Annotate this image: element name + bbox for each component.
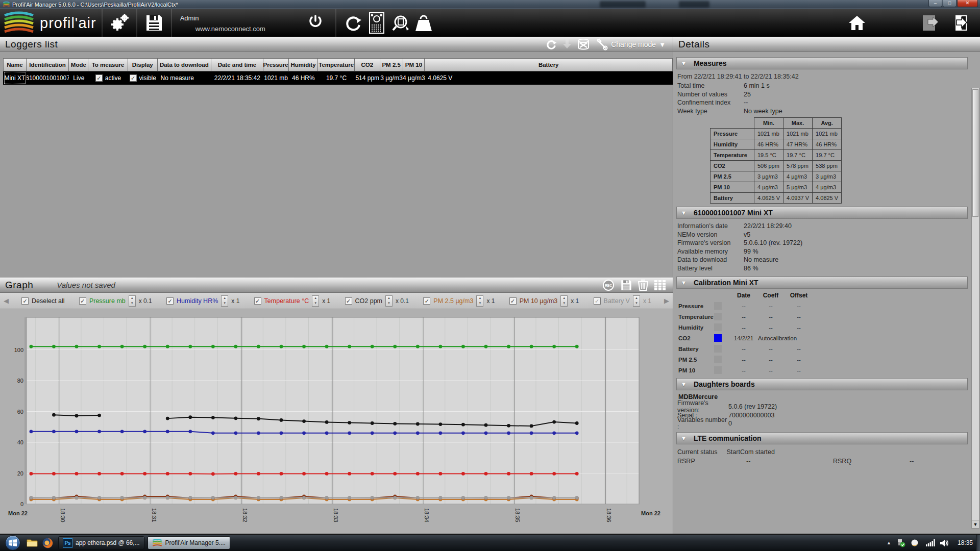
legend-item-pm-2-5-g-m3[interactable]: ✓PM 2.5 µg/m3▲▼x 1 xyxy=(423,295,495,307)
checkbox[interactable]: ✓ xyxy=(79,297,86,305)
checkbox[interactable]: ✓ xyxy=(130,74,137,82)
collapse-triangle-icon[interactable]: ▼ xyxy=(681,60,687,66)
column-header-name[interactable]: Name xyxy=(3,58,27,71)
section-calibration[interactable]: ▼ Calibration Mini XT xyxy=(676,277,968,289)
multiplier-spinner[interactable]: ▲▼ xyxy=(312,295,319,307)
column-header-battery[interactable]: Battery xyxy=(425,58,673,71)
checkbox[interactable]: ✓ xyxy=(21,297,29,305)
legend-scroll-left-icon[interactable]: ◀ xyxy=(2,295,10,307)
collapse-triangle-icon[interactable]: ▼ xyxy=(681,280,687,286)
logger-cell-name[interactable]: Mini XT xyxy=(3,71,27,85)
section-lte[interactable]: ▼ LTE communication xyxy=(676,432,968,444)
multiplier-spinner[interactable]: ▲▼ xyxy=(385,295,393,307)
hidden-icons-arrow[interactable]: ▲ xyxy=(887,540,891,545)
checkbox[interactable]: ✓ xyxy=(509,297,517,305)
logger-cell-pm-10[interactable]: 4 µg/m3 xyxy=(403,71,425,85)
logger-device-icon[interactable] xyxy=(365,12,388,34)
checkbox[interactable]: ✓ xyxy=(594,297,601,305)
logger-cell-co2[interactable]: 514 ppm xyxy=(355,71,380,85)
column-header-display[interactable]: Display xyxy=(128,58,158,71)
legend-item-humidity-hr[interactable]: ✓Humidity HR%▲▼x 1 xyxy=(166,295,239,307)
volume-icon[interactable] xyxy=(940,539,949,547)
spin-up-icon[interactable]: ▲ xyxy=(633,296,640,301)
logger-cell-humidity[interactable]: 46 HR% xyxy=(288,71,318,85)
values-table-icon[interactable] xyxy=(654,280,666,290)
scrollbar-down-icon[interactable]: ▼ xyxy=(972,520,979,528)
spin-down-icon[interactable]: ▼ xyxy=(222,301,228,306)
spin-up-icon[interactable]: ▲ xyxy=(561,296,567,301)
column-header-date-and-time[interactable]: Date and time xyxy=(211,58,263,71)
calibration-swatch[interactable] xyxy=(714,323,722,331)
logger-cell-temperature[interactable]: 19.7 °C xyxy=(318,71,355,85)
clock[interactable]: 18:35 xyxy=(958,539,973,546)
column-header-temperature[interactable]: Temperature xyxy=(318,58,355,71)
scrollbar-thumb[interactable] xyxy=(972,89,978,217)
logger-cell-data-to-download[interactable]: No measure xyxy=(158,71,212,85)
column-header-data-to-download[interactable]: Data to download xyxy=(158,58,212,71)
exit-icon[interactable] xyxy=(951,12,975,34)
multiplier-spinner[interactable]: ▲▼ xyxy=(221,295,228,307)
loggers-refresh-icon[interactable] xyxy=(546,39,557,50)
spin-up-icon[interactable]: ▲ xyxy=(477,296,483,301)
start-button[interactable] xyxy=(5,535,20,550)
checkbox[interactable]: ✓ xyxy=(95,74,103,82)
home-icon[interactable] xyxy=(845,12,869,34)
checkbox[interactable]: ✓ xyxy=(345,297,352,305)
legend-item-battery-v[interactable]: ✓Battery V▲▼x 1 xyxy=(594,295,651,307)
calibration-swatch[interactable] xyxy=(714,345,722,353)
spin-down-icon[interactable]: ▼ xyxy=(561,301,567,306)
spin-down-icon[interactable]: ▼ xyxy=(477,301,483,306)
spin-up-icon[interactable]: ▲ xyxy=(129,296,135,301)
collapse-triangle-icon[interactable]: ▼ xyxy=(681,381,687,387)
multiplier-spinner[interactable]: ▲▼ xyxy=(129,295,136,307)
section-daughters[interactable]: ▼ Daughters boards xyxy=(676,378,968,390)
task-button-app-ethera-psd-66[interactable]: Psapp ethera.psd @ 66,... xyxy=(58,536,144,549)
logger-row-selected[interactable]: Mini XT6100001001007Live✓active✓visibleN… xyxy=(3,71,673,85)
multiplier-spinner[interactable]: ▲▼ xyxy=(560,295,568,307)
checkbox[interactable]: ✓ xyxy=(254,297,261,305)
close-button[interactable]: ✕ xyxy=(957,0,978,7)
graph-save-icon[interactable] xyxy=(621,280,632,291)
spin-down-icon[interactable]: ▼ xyxy=(312,301,318,306)
spin-down-icon[interactable]: ▼ xyxy=(633,301,640,306)
explorer-icon[interactable] xyxy=(24,536,40,550)
multiplier-spinner[interactable]: ▲▼ xyxy=(476,295,483,307)
column-header-pressure[interactable]: Pressure xyxy=(263,58,289,71)
power-icon[interactable] xyxy=(304,10,327,33)
logger-cell-pressure[interactable]: 1021 mb xyxy=(263,71,289,85)
checkbox[interactable]: ✓ xyxy=(166,297,174,305)
calibration-swatch[interactable] xyxy=(714,313,722,320)
rec-icon[interactable]: REC xyxy=(602,279,615,291)
spin-down-icon[interactable]: ▼ xyxy=(386,301,392,306)
cloud-icon[interactable] xyxy=(911,539,921,546)
refresh-icon[interactable] xyxy=(341,12,365,34)
column-header-pm-2-5[interactable]: PM 2.5 xyxy=(380,58,403,71)
calibration-weight-icon[interactable] xyxy=(412,12,435,34)
logger-cell-pm-2-5[interactable]: 3 µg/m3 xyxy=(380,71,403,85)
usb-device-icon[interactable] xyxy=(896,538,905,547)
change-mode-button[interactable]: Change mode ▼ xyxy=(596,38,666,51)
collapse-triangle-icon[interactable]: ▼ xyxy=(681,210,687,216)
calibration-swatch[interactable] xyxy=(714,302,722,310)
legend-scroll-right-icon[interactable]: ▶ xyxy=(663,295,671,307)
maximize-button[interactable]: □ xyxy=(943,0,957,7)
firefox-icon[interactable] xyxy=(40,536,55,550)
column-header-co2[interactable]: CO2 xyxy=(355,58,380,71)
column-header-to-measure[interactable]: To measure xyxy=(88,58,128,71)
search-logger-icon[interactable] xyxy=(388,12,412,34)
logger-cell-to-measure[interactable]: ✓active xyxy=(88,71,128,85)
calibration-swatch[interactable] xyxy=(714,366,722,374)
legend-item-deselect-all[interactable]: ✓Deselect all xyxy=(21,297,65,305)
legend-item-pm-10-g-m3[interactable]: ✓PM 10 µg/m3▲▼x 1 xyxy=(509,295,579,307)
task-button-profil-air-manager-5[interactable]: Profil'Air Manager 5.... xyxy=(148,536,230,549)
spin-up-icon[interactable]: ▲ xyxy=(222,296,228,301)
export-icon[interactable] xyxy=(919,12,942,34)
settings-gear-icon[interactable] xyxy=(108,12,131,34)
multiplier-spinner[interactable]: ▲▼ xyxy=(633,295,640,307)
spin-up-icon[interactable]: ▲ xyxy=(312,296,318,301)
column-header-pm-10[interactable]: PM 10 xyxy=(403,58,425,71)
network-signal-icon[interactable] xyxy=(926,539,935,546)
logger-cell-display[interactable]: ✓visible xyxy=(128,71,158,85)
section-measures[interactable]: ▼ Measures xyxy=(676,57,968,69)
logger-cell-date-and-time[interactable]: 22/2/21 18:35:42 xyxy=(211,71,263,85)
